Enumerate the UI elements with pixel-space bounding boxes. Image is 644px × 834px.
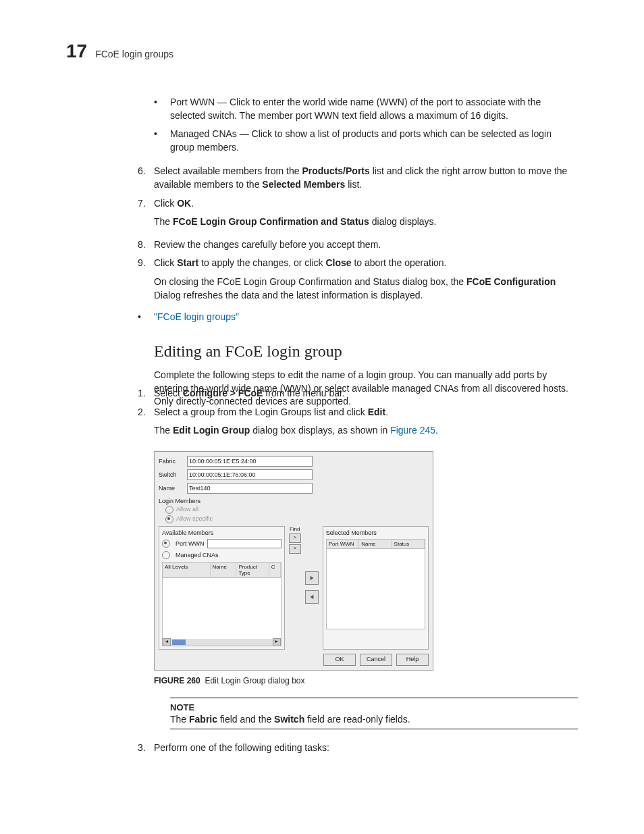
link-fcoe-login-groups[interactable]: "FCoE login groups" xyxy=(154,311,239,322)
available-members-pane: Available Members Port WWN Managed CNAs … xyxy=(159,526,285,650)
switch-field: 10:00:00:05:1E:76:06:00 xyxy=(187,469,313,480)
login-members-label: Login Members xyxy=(159,498,429,504)
name-input[interactable]: Test140 xyxy=(187,483,313,494)
fabric-row: Fabric 10:00:00:05:1E:E5:24:00 xyxy=(159,456,429,467)
figure-label: FIGURE 260 xyxy=(154,676,200,685)
allow-specific-label: Allow specific xyxy=(176,515,213,522)
radio-icon[interactable] xyxy=(162,551,170,559)
content-area: • Port WWN — Click to enter the world wi… xyxy=(154,96,578,409)
visible-second-half: 1. Select Configure > FCoE from the menu… xyxy=(154,387,578,754)
fabric-label: Fabric xyxy=(159,458,183,465)
step-text: Select available members from the Produc… xyxy=(154,165,578,191)
figure-caption: FIGURE 260 Edit Login Group dialog box xyxy=(154,676,578,685)
available-table-body[interactable]: ◄ ► xyxy=(162,578,281,646)
col-all-levels: All Levels xyxy=(163,563,211,577)
name-label: Name xyxy=(159,485,183,492)
selected-table-head: Port WWN Name Status xyxy=(326,539,425,549)
available-table-head: All Levels Name Product Type C xyxy=(162,562,281,578)
step-number: 8. xyxy=(138,238,154,252)
switch-label: Switch xyxy=(159,471,183,478)
note-title: NOTE xyxy=(170,702,578,712)
scroll-thumb[interactable] xyxy=(172,640,186,645)
selected-members-title: Selected Members xyxy=(326,529,425,536)
find-prev-button[interactable]: < xyxy=(289,544,301,554)
step-text: Review the changes carefully before you … xyxy=(154,238,578,252)
fabric-field: 10:00:00:05:1E:E5:24:00 xyxy=(187,456,313,467)
find-next-button[interactable]: > xyxy=(289,533,301,543)
page: 17 FCoE login groups • Port WWN — Click … xyxy=(0,0,644,834)
step-7-sub: The FCoE Login Group Confirmation and St… xyxy=(154,215,578,229)
step-number: 9. xyxy=(138,257,154,270)
note-text: The Fabric field and the Switch field ar… xyxy=(170,714,578,725)
col-port-wwn: Port WWN xyxy=(327,540,359,548)
port-wwn-input[interactable] xyxy=(207,539,281,548)
step-number: 1. xyxy=(138,387,154,400)
note-block: NOTE The Fabric field and the Switch fie… xyxy=(170,698,578,729)
step-number: 6. xyxy=(138,165,154,191)
scroll-left-icon[interactable]: ◄ xyxy=(163,638,171,646)
step-number: 3. xyxy=(138,741,154,755)
bullet-text: Port WWN — Click to enter the world wide… xyxy=(170,96,578,122)
radio-icon[interactable] xyxy=(162,540,170,548)
scroll-right-icon[interactable]: ► xyxy=(273,638,281,646)
link-figure-245[interactable]: Figure 245 xyxy=(390,425,435,436)
step-text: Click Start to apply the changes, or cli… xyxy=(154,257,578,270)
header-title: FCoE login groups xyxy=(95,49,173,59)
figure-text: Edit Login Group dialog box xyxy=(205,676,304,685)
allow-all-row: Allow all xyxy=(165,506,429,514)
step-text: Select Configure > FCoE from the menu ba… xyxy=(154,387,578,400)
add-button[interactable] xyxy=(305,571,319,585)
managed-cnas-label: Managed CNAs xyxy=(176,552,219,558)
help-button[interactable]: Help xyxy=(396,654,429,666)
step-7: 7. Click OK. xyxy=(138,197,578,211)
port-wwn-label: Port WWN xyxy=(176,540,205,547)
step-text: Perform one of the following editing tas… xyxy=(154,741,578,755)
step-8: 8. Review the changes carefully before y… xyxy=(138,238,578,252)
see-also-bullet: • "FCoE login groups" xyxy=(66,311,578,322)
radio-icon[interactable] xyxy=(165,506,173,514)
bullet-item: • Port WWN — Click to enter the world wi… xyxy=(154,96,578,122)
port-wwn-row: Port WWN xyxy=(162,539,281,548)
find-label: Find xyxy=(289,526,301,532)
allow-all-label: Allow all xyxy=(176,506,198,513)
find-col: Find > < xyxy=(289,526,301,650)
step-text: Select a group from the Login Groups lis… xyxy=(154,406,578,419)
col-product-type: Product Type xyxy=(236,563,269,577)
bullet-icon: • xyxy=(154,96,170,122)
col-name2: Name xyxy=(359,540,392,548)
step-9-sub: On closing the FCoE Login Group Confirma… xyxy=(154,276,578,302)
step-number: 7. xyxy=(138,197,154,211)
step-number: 2. xyxy=(138,406,154,419)
managed-cnas-row: Managed CNAs xyxy=(162,551,281,559)
figure-260: Fabric 10:00:00:05:1E:E5:24:00 Switch 10… xyxy=(154,451,578,685)
edit-step-3: 3. Perform one of the following editing … xyxy=(138,741,578,755)
section-heading: Editing an FCoE login group xyxy=(66,342,578,361)
edit-step-1: 1. Select Configure > FCoE from the menu… xyxy=(138,387,578,400)
radio-icon[interactable] xyxy=(165,515,173,523)
bullet-text: Managed CNAs — Click to show a list of p… xyxy=(170,128,578,154)
col-status: Status xyxy=(392,540,425,548)
edit-login-group-dialog: Fabric 10:00:00:05:1E:E5:24:00 Switch 10… xyxy=(154,451,433,671)
panes: Available Members Port WWN Managed CNAs … xyxy=(159,526,429,650)
edit-step-2-sub: The Edit Login Group dialog box displays… xyxy=(154,424,578,438)
chapter-number: 17 xyxy=(66,41,87,62)
bullet-icon: • xyxy=(154,128,170,154)
horizontal-scrollbar[interactable]: ◄ ► xyxy=(163,639,281,646)
col-name: Name xyxy=(211,563,237,577)
step-6: 6. Select available members from the Pro… xyxy=(138,165,578,191)
edit-step-2: 2. Select a group from the Login Groups … xyxy=(138,406,578,419)
selected-table-body[interactable] xyxy=(326,549,425,629)
step-9: 9. Click Start to apply the changes, or … xyxy=(138,257,578,270)
page-header: 17 FCoE login groups xyxy=(66,41,578,62)
selected-members-pane: Selected Members Port WWN Name Status xyxy=(323,526,429,650)
allow-specific-row: Allow specific xyxy=(165,515,429,523)
col-c: C xyxy=(269,563,281,577)
step-text: Click OK. xyxy=(154,197,578,211)
cancel-button[interactable]: Cancel xyxy=(360,654,392,666)
bullet-item: • Managed CNAs — Click to show a list of… xyxy=(154,128,578,154)
ok-button[interactable]: OK xyxy=(323,654,356,666)
dialog-footer: OK Cancel Help xyxy=(159,654,429,666)
available-members-title: Available Members xyxy=(162,529,281,536)
remove-button[interactable] xyxy=(305,590,319,604)
bullet-icon: • xyxy=(138,311,154,322)
